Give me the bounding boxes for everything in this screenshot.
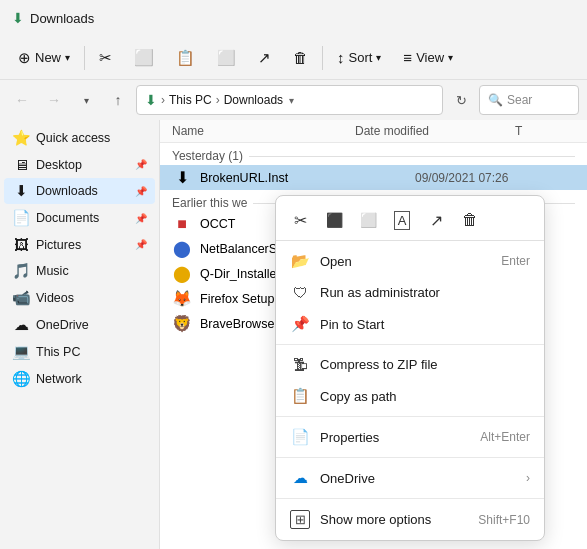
ctx-copy-path-icon: 📋 xyxy=(290,387,310,405)
ctx-item-open[interactable]: 📂 Open Enter xyxy=(276,245,544,277)
ctx-copy-path-label: Copy as path xyxy=(320,389,530,404)
ctx-item-copy-path[interactable]: 📋 Copy as path xyxy=(276,380,544,412)
ctx-more-options-label: Show more options xyxy=(320,512,468,527)
ctx-more-options-shortcut: Shift+F10 xyxy=(478,513,530,527)
ctx-share-icon: ↗ xyxy=(430,211,443,230)
ctx-run-admin-label: Run as administrator xyxy=(320,285,530,300)
ctx-more-options-icon: ⊞ xyxy=(290,510,310,529)
ctx-pin-start-label: Pin to Start xyxy=(320,317,530,332)
ctx-paste-button[interactable]: ⬜ xyxy=(352,204,384,236)
ctx-item-properties[interactable]: 📄 Properties Alt+Enter xyxy=(276,421,544,453)
ctx-separator-1 xyxy=(276,344,544,345)
ctx-delete-icon: 🗑 xyxy=(462,211,478,229)
ctx-cut-icon: ✂ xyxy=(294,211,307,230)
ctx-properties-icon: 📄 xyxy=(290,428,310,446)
ctx-paste-icon: ⬜ xyxy=(360,212,377,228)
ctx-item-more-options[interactable]: ⊞ Show more options Shift+F10 xyxy=(276,503,544,536)
ctx-compress-icon: 🗜 xyxy=(290,356,310,373)
ctx-separator-4 xyxy=(276,498,544,499)
ctx-item-run-admin[interactable]: 🛡 Run as administrator xyxy=(276,277,544,308)
ctx-compress-label: Compress to ZIP file xyxy=(320,357,530,372)
ctx-separator-2 xyxy=(276,416,544,417)
ctx-properties-label: Properties xyxy=(320,430,470,445)
context-menu: ✂ ⬛ ⬜ A ↗ 🗑 📂 Open Enter xyxy=(275,195,545,541)
ctx-open-label: Open xyxy=(320,254,491,269)
ctx-separator-3 xyxy=(276,457,544,458)
ctx-share-button[interactable]: ↗ xyxy=(420,204,452,236)
ctx-item-pin-start[interactable]: 📌 Pin to Start xyxy=(276,308,544,340)
context-toolbar: ✂ ⬛ ⬜ A ↗ 🗑 xyxy=(276,200,544,241)
ctx-item-onedrive[interactable]: ☁ OneDrive › xyxy=(276,462,544,494)
ctx-pin-start-icon: 📌 xyxy=(290,315,310,333)
ctx-copy-button[interactable]: ⬛ xyxy=(318,204,350,236)
ctx-open-icon: 📂 xyxy=(290,252,310,270)
ctx-run-admin-icon: 🛡 xyxy=(290,284,310,301)
ctx-rename-icon: A xyxy=(394,211,411,230)
ctx-rename-button[interactable]: A xyxy=(386,204,418,236)
context-menu-overlay: ✂ ⬛ ⬜ A ↗ 🗑 📂 Open Enter xyxy=(0,0,587,549)
ctx-onedrive-arrow: › xyxy=(526,471,530,485)
ctx-properties-shortcut: Alt+Enter xyxy=(480,430,530,444)
ctx-onedrive-icon: ☁ xyxy=(290,469,310,487)
ctx-delete-button[interactable]: 🗑 xyxy=(454,204,486,236)
ctx-onedrive-label: OneDrive xyxy=(320,471,516,486)
ctx-open-shortcut: Enter xyxy=(501,254,530,268)
ctx-copy-icon: ⬛ xyxy=(326,212,343,228)
ctx-cut-button[interactable]: ✂ xyxy=(284,204,316,236)
ctx-item-compress[interactable]: 🗜 Compress to ZIP file xyxy=(276,349,544,380)
